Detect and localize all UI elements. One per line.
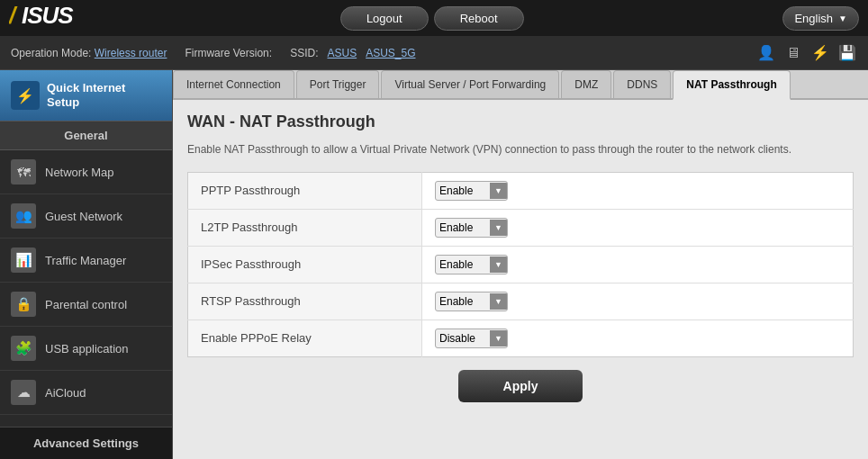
settings-table: PPTP PassthroughEnableDisable▼L2TP Passt… (187, 172, 854, 357)
logout-button[interactable]: Logout (340, 6, 429, 31)
tab-virtual-server[interactable]: Virtual Server / Port Forwarding (381, 70, 559, 98)
ssid2-link[interactable]: ASUS_5G (366, 47, 415, 59)
content-area: Internet Connection Port Trigger Virtual… (173, 70, 868, 459)
table-row: RTSP PassthroughEnableDisable▼ (188, 283, 854, 320)
setting-select-3[interactable]: EnableDisable (436, 292, 490, 310)
table-row: PPTP PassthroughEnableDisable▼ (188, 172, 854, 209)
general-section-label: General (0, 121, 172, 150)
select-wrapper[interactable]: EnableDisable▼ (435, 292, 508, 311)
traffic-manager-icon: 📊 (11, 248, 36, 273)
setting-select-0[interactable]: EnableDisable (436, 182, 490, 200)
person-icon: 👤 (756, 43, 776, 63)
tab-dmz[interactable]: DMZ (561, 70, 611, 98)
network-map-icon: 🗺 (11, 159, 36, 184)
main-layout: ⚡ Quick InternetSetup General 🗺 Network … (0, 70, 868, 459)
sidebar-item-usb-application[interactable]: 🧩 USB application (0, 327, 172, 371)
sidebar-item-traffic-manager[interactable]: 📊 Traffic Manager (0, 238, 172, 283)
op-mode-label: Operation Mode: Wireless router (11, 47, 167, 59)
page-content: WAN - NAT Passthrough Enable NAT Passthr… (173, 100, 868, 459)
ssid1-link[interactable]: ASUS (327, 47, 357, 59)
page-description: Enable NAT Passthrough to allow a Virtua… (187, 142, 854, 158)
language-selector[interactable]: English ▼ (782, 6, 859, 31)
setting-label: PPTP Passthrough (188, 172, 422, 209)
quick-setup-label: Quick InternetSetup (47, 81, 125, 109)
usb-application-icon: 🧩 (11, 336, 36, 361)
select-arrow-icon: ▼ (490, 293, 507, 310)
select-wrapper[interactable]: EnableDisable▼ (435, 328, 508, 348)
parental-control-icon: 🔒 (11, 292, 36, 317)
tabs-bar: Internet Connection Port Trigger Virtual… (173, 70, 868, 100)
ssid-label-text: SSID: (290, 47, 318, 59)
top-bar: / ISUS Logout Reboot English ▼ (0, 0, 868, 36)
sidebar-item-usb-application-label: USB application (45, 342, 129, 356)
language-arrow-icon: ▼ (838, 14, 847, 23)
aicloud-icon: ☁ (11, 380, 36, 405)
tab-internet-connection[interactable]: Internet Connection (173, 70, 294, 98)
table-row: IPSec PassthroughEnableDisable▼ (188, 246, 854, 283)
sidebar-item-network-map[interactable]: 🗺 Network Map (0, 150, 172, 194)
table-row: L2TP PassthroughEnableDisable▼ (188, 209, 854, 246)
apply-button[interactable]: Apply (458, 370, 583, 402)
select-arrow-icon: ▼ (490, 220, 507, 236)
monitor-icon: 🖥 (783, 43, 803, 63)
quick-internet-setup-item[interactable]: ⚡ Quick InternetSetup (0, 70, 172, 121)
sidebar: ⚡ Quick InternetSetup General 🗺 Network … (0, 70, 173, 459)
page-title: WAN - NAT Passthrough (187, 112, 854, 131)
setting-label: RTSP Passthrough (188, 283, 422, 320)
select-arrow-icon: ▼ (490, 256, 507, 273)
top-center-buttons: Logout Reboot (340, 6, 524, 31)
usb-icon: ⚡ (810, 43, 830, 63)
advanced-settings-item[interactable]: Advanced Settings (0, 427, 172, 459)
language-label: English (794, 12, 833, 25)
reboot-button[interactable]: Reboot (434, 6, 524, 31)
sidebar-item-network-map-label: Network Map (45, 166, 114, 179)
svg-text:/: / (9, 2, 18, 29)
disk-icon: 💾 (837, 43, 857, 63)
firmware-label: Firmware Version: (185, 47, 272, 59)
status-bar: Operation Mode: Wireless router Firmware… (0, 36, 868, 70)
sidebar-item-aicloud-label: AiCloud (45, 386, 86, 400)
sidebar-item-parental-control[interactable]: 🔒 Parental control (0, 283, 172, 327)
table-row: Enable PPPoE RelayEnableDisable▼ (188, 320, 854, 356)
op-mode-link[interactable]: Wireless router (95, 47, 167, 59)
setting-select-1[interactable]: EnableDisable (436, 219, 490, 237)
status-icons: 👤 🖥 ⚡ 💾 (756, 43, 857, 63)
select-wrapper[interactable]: EnableDisable▼ (435, 255, 508, 274)
sidebar-item-guest-network-label: Guest Network (45, 210, 122, 223)
sidebar-item-parental-control-label: Parental control (45, 298, 127, 311)
apply-row: Apply (187, 370, 854, 402)
setting-label: L2TP Passthrough (188, 209, 422, 246)
select-arrow-icon: ▼ (490, 330, 507, 346)
sidebar-item-aicloud[interactable]: ☁ AiCloud (0, 371, 172, 415)
guest-network-icon: 👥 (11, 203, 36, 229)
setting-label: Enable PPPoE Relay (188, 320, 422, 356)
asus-logo: / ISUS (9, 2, 81, 34)
sidebar-item-guest-network[interactable]: 👥 Guest Network (0, 194, 172, 238)
tab-port-trigger[interactable]: Port Trigger (296, 70, 380, 98)
setting-label: IPSec Passthrough (188, 246, 422, 283)
sidebar-item-traffic-manager-label: Traffic Manager (45, 254, 126, 267)
tab-nat-passthrough[interactable]: NAT Passthrough (673, 70, 790, 100)
tab-ddns[interactable]: DDNS (613, 70, 671, 98)
select-arrow-icon: ▼ (490, 183, 507, 199)
svg-text:ISUS: ISUS (22, 2, 74, 29)
quick-setup-icon: ⚡ (11, 81, 40, 110)
setting-select-2[interactable]: EnableDisable (436, 256, 490, 274)
setting-select-4[interactable]: EnableDisable (436, 329, 490, 347)
select-wrapper[interactable]: EnableDisable▼ (435, 181, 508, 201)
select-wrapper[interactable]: EnableDisable▼ (435, 218, 508, 238)
